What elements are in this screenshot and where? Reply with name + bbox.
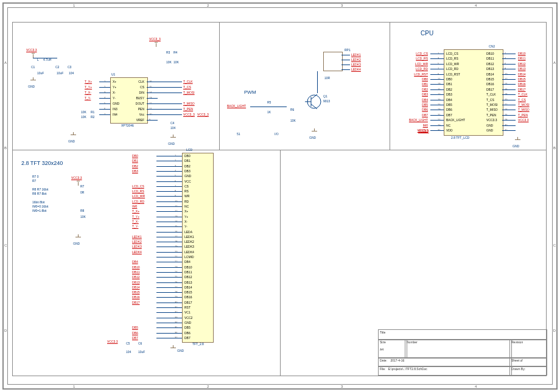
vcc-symbol xyxy=(30,53,37,58)
block-tft: 2.8 TFT 320x240 R7 0 R7 R8 R7 16bit R8 R… xyxy=(12,150,281,376)
cpu-title: CPU xyxy=(421,30,433,37)
gnd-u1 xyxy=(70,132,77,138)
rp1 xyxy=(323,52,343,71)
c4-val: 104 xyxy=(170,126,175,130)
r2-ref: R2 xyxy=(91,115,94,119)
lcd-ref: LCD xyxy=(186,148,192,152)
row-br: B xyxy=(553,146,556,150)
lcd-part: TFT_2.8 xyxy=(192,342,204,346)
c6-val: 10uF xyxy=(138,350,145,354)
u1-ref: U1 xyxy=(111,72,115,76)
pwm-title: PWM xyxy=(244,89,256,95)
tb-rev: Revision xyxy=(509,339,547,359)
r3-val: 10K xyxy=(166,60,172,64)
tft-title: 2.8 TFT 320x240 xyxy=(21,160,63,166)
r6-ref: R6 xyxy=(290,108,294,111)
tb-file: File: E:\projects\..\TFT2.8.SchDoc xyxy=(378,366,512,376)
tft-note: R7 0 R7 R8 R7 16bit R8 R7 8bit 16bit 8bi… xyxy=(32,175,48,213)
col-2b: 2 xyxy=(207,385,209,388)
row-b: B xyxy=(4,146,7,150)
row-a: A xyxy=(4,61,7,65)
cn2-ref: CN2 xyxy=(489,44,495,48)
cpu-gnd xyxy=(514,137,522,143)
col-4b: 4 xyxy=(475,385,477,388)
row-cr: C xyxy=(553,243,556,247)
q1-ref: Q1 xyxy=(323,94,327,98)
c6-ref: C6 xyxy=(138,341,142,345)
cn2-part: 2.8 TFT_LCD xyxy=(451,136,469,139)
r8-ref: R8 xyxy=(80,209,84,212)
block-cpu: CPU CN2 2.8 TFT_LCD LCD_CS 1 LCD_CS DB10… xyxy=(390,22,547,151)
r2-val: 10K xyxy=(81,115,86,119)
row-dr: D xyxy=(553,329,556,332)
r1-ref: R1 xyxy=(91,110,94,114)
r4-ref: R4 xyxy=(173,51,177,54)
row-ar: A xyxy=(553,61,556,65)
c1-ref: C1 xyxy=(31,65,35,69)
col-1: 1 xyxy=(73,4,75,7)
row-c: C xyxy=(4,243,7,247)
block-empty: Title Size A4 Number Revision Date: 2017… xyxy=(280,150,547,376)
c2-ref: C2 xyxy=(55,65,59,69)
c3-ref: C3 xyxy=(68,65,71,69)
r6-val: 10K xyxy=(290,119,296,122)
tft-gnd1 xyxy=(75,234,82,240)
r7-val: 0R xyxy=(80,191,84,194)
transistor-icon xyxy=(305,89,323,114)
col-2: 2 xyxy=(207,4,209,7)
schematic-sheet: 1 2 3 4 1 2 3 4 A B C D A B C D VCC3.3 L… xyxy=(0,0,560,392)
block-pwm: PWM BACK_LIGHT R5 1K R6 10K Q1 9013 GND … xyxy=(219,22,391,151)
block-touch: VCC3.3 L 4.7uH C1 10uF C2 10uF C3 104 GN… xyxy=(12,22,220,151)
u1-part: XPT2046 xyxy=(121,124,134,127)
tft-gnd2 xyxy=(170,345,177,351)
c2-val: 10uF xyxy=(57,71,63,75)
rp1-val: 10R xyxy=(324,76,330,80)
r4-val: 10K xyxy=(173,60,179,64)
c5-ref: C5 xyxy=(126,341,130,345)
col-3: 3 xyxy=(341,4,343,7)
col-4: 4 xyxy=(475,4,477,7)
tb-size: Size A4 xyxy=(378,339,407,359)
col-1b: 1 xyxy=(73,385,75,388)
net-vcc33: VCC3.3 xyxy=(26,48,37,52)
net-vcc-out: VCC3_3 xyxy=(197,113,209,116)
gnd-c4 xyxy=(170,135,177,141)
c4-ref: C4 xyxy=(170,121,174,125)
c5-val: 104 xyxy=(126,350,131,354)
r7-ref: R7 xyxy=(80,184,84,188)
r1-val: 10K xyxy=(81,110,86,114)
pwm-net: BACK_LIGHT xyxy=(227,104,246,108)
pwm-gnd xyxy=(311,128,318,135)
c1-val: 10uF xyxy=(37,71,44,75)
tb-number: Number xyxy=(405,339,512,359)
vcc33b-symbol xyxy=(153,42,160,47)
net-vcc33b: VCC3_3 xyxy=(149,37,161,41)
row-d: D xyxy=(4,329,7,332)
r8-val: 10K xyxy=(80,215,86,219)
r3-ref: R3 xyxy=(166,51,170,54)
q1-val: 9013 xyxy=(323,99,330,103)
r5-val: 1K xyxy=(267,110,271,114)
col-3b: 3 xyxy=(341,385,343,388)
rp1-ref: RP1 xyxy=(345,48,351,52)
u1 xyxy=(110,77,148,124)
gnd-lbl: GND xyxy=(28,85,35,88)
r5-ref: R5 xyxy=(267,100,271,104)
gnd-symbol xyxy=(30,77,37,83)
tb-drawn: Drawn By: xyxy=(509,366,547,376)
c3-val: 104 xyxy=(69,71,74,75)
